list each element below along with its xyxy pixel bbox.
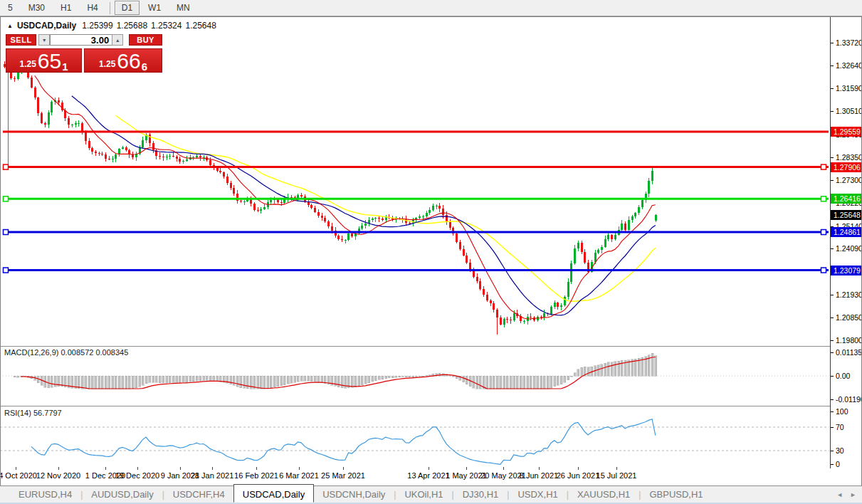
macd-scale-0.01135: 0.01135: [831, 348, 862, 357]
buy-price-big-digits: 66: [117, 51, 140, 72]
timeframe-button-m30[interactable]: M30: [21, 1, 52, 15]
tick-label: 1.20850: [836, 313, 862, 322]
macd-scale-0.00: 0.00: [831, 372, 850, 380]
volume-increase-button[interactable]: ▲: [112, 34, 123, 46]
tick-label: 1.32640: [836, 61, 862, 70]
tick-dash: [831, 340, 834, 341]
date-label: 19 Dec 2020: [115, 471, 159, 480]
tick-label: 1.31590: [836, 84, 862, 93]
date-label: 26 Jun 2021: [557, 471, 600, 480]
one-click-trade-panel: SELL ▼ ▲ BUY 1.25 65 1 1.25 66 6: [6, 34, 162, 73]
timeframe-button-w1[interactable]: W1: [141, 1, 168, 15]
sell-button[interactable]: SELL: [6, 34, 36, 46]
tab-scroll-right-icon[interactable]: ►: [850, 491, 856, 498]
sell-price-prefix: 1.25: [19, 59, 36, 69]
volume-input[interactable]: [50, 34, 112, 46]
date-tick: [137, 467, 138, 470]
tab-gbpusd-h1[interactable]: GBPUSD,H1: [641, 487, 711, 502]
date-label: 24 Oct 2020: [0, 471, 37, 480]
tab-dj30-h1[interactable]: DJ30,H1: [454, 487, 508, 502]
price-level-badge-1.26416: 1.26416: [831, 194, 862, 204]
tab-usdx-h1[interactable]: USDX,H1: [509, 487, 566, 502]
tick-label: 1.19800: [836, 336, 862, 345]
price-tick-1.32640: 1.32640: [831, 61, 862, 70]
date-label: 12 Nov 2020: [36, 471, 80, 480]
timeframe-button-h1[interactable]: H1: [53, 1, 78, 15]
date-label: 6 Mar 2021: [279, 471, 319, 480]
date-label: 28 Jan 2021: [191, 471, 234, 480]
date-label: 15 Jul 2021: [596, 471, 637, 480]
timeframe-button-d1[interactable]: D1: [115, 1, 140, 15]
price-level-badge-1.25648: 1.25648: [831, 210, 862, 220]
timeframe-toolbar: 5M30H1H4D1W1MN: [0, 0, 862, 16]
tick-label: 100: [836, 407, 848, 416]
tab-ukoil-h1[interactable]: UKOil,H1: [396, 487, 451, 502]
rsi-indicator-label: RSI(14) 56.7797: [4, 409, 62, 417]
date-tick: [212, 467, 213, 470]
price-level-badge-1.29559: 1.29559: [831, 127, 862, 137]
tick-dash: [831, 352, 834, 353]
tick-label: 1.30510: [836, 107, 862, 115]
tick-dash: [831, 43, 834, 43]
date-tick: [299, 467, 300, 470]
tab-scroll-left-icon[interactable]: ◄: [836, 491, 843, 498]
tick-dash: [831, 451, 834, 451]
price-tick-1.30510: 1.30510: [831, 107, 862, 115]
tick-dash: [831, 376, 834, 377]
price-level-badge-1.23079: 1.23079: [831, 266, 862, 275]
date-axis[interactable]: 24 Oct 202012 Nov 20201 Dec 202019 Dec 2…: [0, 467, 830, 485]
buy-price-box[interactable]: 1.25 66 6: [84, 48, 162, 73]
price-level-badge-1.24861: 1.24861: [831, 227, 862, 237]
sell-price-box[interactable]: 1.25 65 1: [6, 48, 82, 73]
macd-values: 0.008572 0.008345: [61, 348, 128, 357]
tick-dash: [831, 295, 834, 295]
chart-symbol-header: ▲USDCAD,Daily1.253991.256881.253241.2564…: [7, 21, 220, 31]
tab-eurusd-h4[interactable]: EURUSD,H4: [10, 487, 80, 502]
date-tick: [105, 467, 106, 470]
timeframe-button-5[interactable]: 5: [1, 1, 20, 15]
timeframe-button-mn[interactable]: MN: [169, 1, 197, 15]
collapse-triangle-icon[interactable]: ▲: [7, 23, 13, 29]
buy-button[interactable]: BUY: [129, 34, 162, 46]
tick-dash: [831, 317, 834, 318]
tab-usdchf-h4[interactable]: USDCHF,H4: [164, 487, 233, 502]
tick-label: 1.28350: [836, 153, 862, 162]
price-tick-1.31590: 1.31590: [831, 84, 862, 93]
tab-usdcnh-daily[interactable]: USDCNH,Daily: [314, 487, 394, 502]
tick-dash: [831, 399, 834, 400]
tick-dash: [831, 88, 834, 89]
rsi-scale-0: 0: [831, 460, 840, 468]
ohlc-open: 1.25399: [82, 21, 112, 31]
tick-label: 1.24090: [836, 244, 862, 253]
date-tick: [343, 467, 344, 470]
date-tick: [578, 467, 579, 470]
tab-xauusd-h1[interactable]: XAUUSD,H1: [569, 487, 638, 502]
tick-label: 1.33720: [836, 38, 862, 47]
sell-price-pip-digit: 1: [62, 61, 68, 72]
tick-dash: [831, 111, 834, 112]
volume-decrease-button[interactable]: ▼: [38, 34, 50, 46]
timeframe-button-h4[interactable]: H4: [80, 1, 105, 15]
price-tick-1.19800: 1.19800: [831, 336, 862, 345]
price-tick-1.21930: 1.21930: [831, 290, 862, 299]
price-tick-1.20850: 1.20850: [831, 313, 862, 322]
tick-dash: [831, 464, 834, 465]
tab-audusd-daily[interactable]: AUDUSD,Daily: [83, 487, 162, 502]
date-label: 13 Apr 2021: [407, 471, 449, 480]
price-tick-1.24090: 1.24090: [831, 244, 862, 253]
price-tick-1.33720: 1.33720: [831, 38, 862, 47]
tick-dash: [831, 248, 834, 249]
tick-dash: [831, 411, 834, 412]
macd-scale--0.011904: -0.011904: [831, 395, 862, 404]
rsi-scale-30: 30: [831, 446, 844, 455]
tab-usdcad-daily[interactable]: USDCAD,Daily: [233, 484, 314, 503]
chart-canvas[interactable]: [0, 17, 830, 468]
date-tick: [616, 467, 617, 470]
date-label: 25 Mar 2021: [321, 471, 365, 480]
price-axis[interactable]: 1.337201.326401.315901.305101.294301.283…: [830, 17, 862, 468]
tick-label: 1.21930: [836, 290, 862, 299]
date-tick: [429, 467, 429, 470]
ohlc-high: 1.25688: [117, 21, 147, 31]
tick-dash: [831, 427, 834, 428]
date-tick: [180, 467, 181, 470]
